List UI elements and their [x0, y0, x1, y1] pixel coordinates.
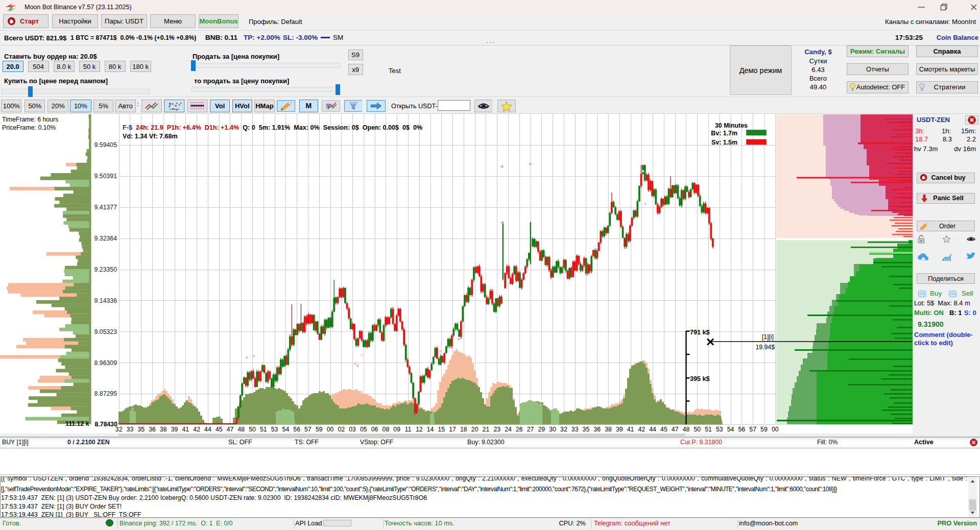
- svg-text:33: 33: [127, 426, 134, 433]
- svg-text:06: 06: [371, 426, 378, 433]
- svg-text:57: 57: [749, 426, 756, 433]
- svg-text:48: 48: [237, 426, 245, 433]
- svg-text:36: 36: [593, 426, 601, 433]
- svg-text:791 k$: 791 k$: [690, 329, 710, 336]
- svg-text:20: 20: [471, 426, 479, 433]
- svg-text:51: 51: [705, 426, 712, 433]
- svg-text:42: 42: [638, 426, 646, 433]
- svg-text:42: 42: [193, 426, 200, 433]
- svg-text:57: 57: [304, 426, 312, 433]
- svg-text:56: 56: [293, 426, 300, 433]
- svg-text:9.59405: 9.59405: [94, 141, 117, 149]
- svg-text:53: 53: [716, 426, 723, 433]
- svg-text:02: 02: [338, 426, 345, 433]
- svg-text:27: 27: [527, 426, 534, 433]
- svg-text:47: 47: [227, 426, 234, 433]
- svg-text:48: 48: [683, 426, 690, 433]
- svg-text:38: 38: [605, 426, 612, 433]
- svg-text:36: 36: [149, 426, 156, 433]
- svg-text:50: 50: [249, 426, 256, 433]
- svg-text:59: 59: [316, 426, 323, 433]
- svg-text:54: 54: [727, 426, 734, 433]
- svg-text:26: 26: [516, 426, 523, 433]
- svg-text:8.87295: 8.87295: [94, 390, 117, 397]
- svg-text:08: 08: [383, 426, 390, 433]
- svg-text:9.32364: 9.32364: [94, 235, 117, 242]
- svg-text:14: 14: [427, 426, 434, 433]
- svg-text:41: 41: [627, 426, 634, 433]
- svg-text:41: 41: [182, 426, 189, 433]
- svg-text:111.12 k: 111.12 k: [65, 420, 89, 427]
- svg-text:33: 33: [571, 426, 579, 433]
- svg-text:Vd: 1.34 Vf: 7.68m: Vd: 1.34 Vf: 7.68m: [123, 133, 178, 140]
- svg-text:44: 44: [204, 426, 211, 433]
- svg-text:30 Minutes: 30 Minutes: [715, 122, 748, 129]
- svg-text:12: 12: [416, 426, 423, 433]
- svg-text:29: 29: [538, 426, 545, 433]
- svg-text:9.14336: 9.14336: [94, 297, 117, 304]
- svg-text:56: 56: [738, 426, 746, 433]
- svg-text:32: 32: [560, 426, 567, 433]
- svg-text:19.94$: 19.94$: [755, 344, 775, 351]
- svg-text:15: 15: [438, 426, 445, 433]
- svg-text:35: 35: [137, 426, 145, 433]
- svg-text:03: 03: [349, 426, 356, 433]
- svg-text:9.05323: 9.05323: [94, 328, 117, 335]
- svg-text:50: 50: [694, 426, 701, 433]
- svg-text:30: 30: [549, 426, 556, 433]
- svg-text:F-$ 24h: 21.9 P1h: +6.4% D1: F-$ 24h: 21.9 P1h: +6.4% D1h: +1.4% Q: 0…: [123, 124, 422, 131]
- svg-text:9.23350: 9.23350: [94, 266, 117, 273]
- svg-text:8.78430: 8.78430: [95, 421, 118, 428]
- svg-text:35: 35: [583, 426, 590, 433]
- svg-text:05: 05: [360, 426, 367, 433]
- svg-text:Sv: 1.5m: Sv: 1.5m: [711, 139, 737, 146]
- svg-text:51: 51: [260, 426, 267, 433]
- svg-text:11: 11: [405, 426, 412, 433]
- svg-text:59: 59: [760, 426, 768, 433]
- svg-text:44: 44: [649, 426, 656, 433]
- svg-text:39: 39: [616, 426, 623, 433]
- svg-text:54: 54: [282, 426, 290, 433]
- svg-text:[1][i]: [1][i]: [762, 333, 774, 341]
- svg-text:17: 17: [449, 426, 456, 433]
- svg-text:38: 38: [160, 426, 167, 433]
- svg-text:09: 09: [393, 426, 400, 433]
- svg-text:53: 53: [271, 426, 278, 433]
- svg-text:9.41377: 9.41377: [94, 204, 117, 211]
- svg-text:8.96309: 8.96309: [94, 359, 117, 367]
- svg-text:9.50391: 9.50391: [94, 173, 117, 180]
- svg-text:TimeFrame: 6 hours: TimeFrame: 6 hours: [2, 116, 58, 123]
- svg-text:23: 23: [493, 426, 500, 433]
- svg-text:32: 32: [115, 426, 123, 433]
- svg-text:24: 24: [505, 426, 512, 433]
- svg-text:21: 21: [483, 426, 490, 433]
- svg-text:PriceFrame: 0.10%: PriceFrame: 0.10%: [2, 124, 56, 131]
- svg-text:18: 18: [460, 426, 467, 433]
- svg-text:Bv: 1.7m: Bv: 1.7m: [711, 130, 737, 137]
- svg-text:395 k$: 395 k$: [690, 375, 710, 382]
- svg-text:45: 45: [216, 426, 223, 433]
- svg-text:00: 00: [327, 426, 334, 433]
- svg-text:47: 47: [672, 426, 679, 433]
- svg-text:39: 39: [171, 426, 178, 433]
- svg-text:45: 45: [660, 426, 667, 433]
- svg-text:00: 00: [772, 426, 779, 433]
